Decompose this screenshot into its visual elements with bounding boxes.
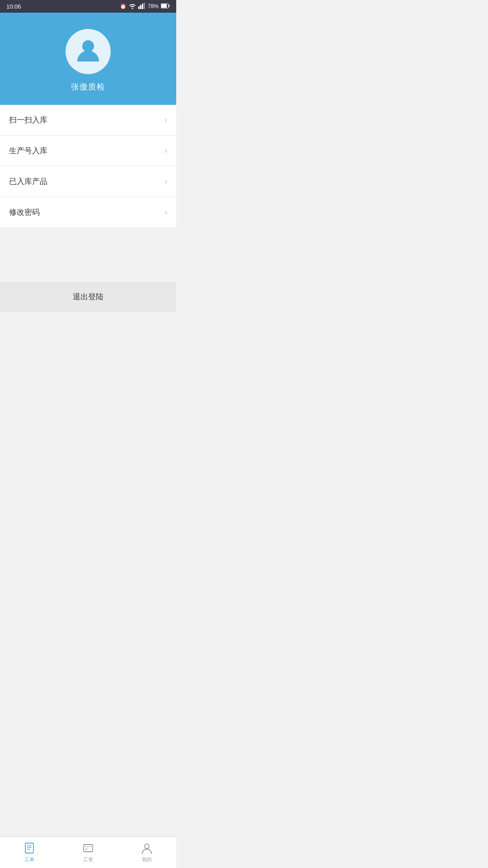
menu-item-production-in-label: 生产号入库 [9, 146, 47, 156]
signal-icon [138, 3, 145, 10]
menu-item-change-password-label: 修改密码 [9, 207, 40, 217]
avatar [66, 29, 111, 74]
battery-icon [161, 3, 170, 10]
alarm-icon: ⏰ [120, 3, 127, 9]
menu-item-scan-in[interactable]: 扫一扫入库 › [0, 105, 176, 136]
svg-rect-2 [140, 5, 141, 9]
svg-rect-3 [142, 4, 143, 9]
chevron-scan-in-icon: › [164, 115, 167, 125]
profile-name: 张傲质检 [71, 81, 105, 92]
svg-rect-6 [161, 4, 167, 8]
svg-point-8 [82, 40, 94, 52]
status-time: 10:06 [6, 3, 21, 10]
battery-percent: 78% [148, 3, 159, 9]
wifi-icon [129, 3, 136, 10]
menu-item-production-in[interactable]: 生产号入库 › [0, 136, 176, 166]
menu-item-stored-products[interactable]: 已入库产品 › [0, 166, 176, 197]
menu-item-change-password[interactable]: 修改密码 › [0, 197, 176, 227]
chevron-stored-icon: › [164, 177, 167, 186]
svg-point-0 [131, 8, 133, 9]
grey-gap [0, 227, 176, 282]
avatar-icon [74, 36, 103, 67]
svg-rect-4 [144, 3, 145, 9]
profile-header: 张傲质检 [0, 13, 176, 105]
status-icons: ⏰ 78% [120, 3, 170, 10]
svg-rect-7 [169, 5, 170, 7]
chevron-password-icon: › [164, 208, 167, 217]
chevron-production-in-icon: › [164, 146, 167, 156]
status-bar: 10:06 ⏰ 78% [0, 0, 176, 13]
menu-item-stored-products-label: 已入库产品 [9, 176, 47, 187]
svg-rect-1 [138, 6, 140, 9]
logout-section: 退出登陆 [0, 282, 176, 312]
menu-list: 扫一扫入库 › 生产号入库 › 已入库产品 › 修改密码 › [0, 105, 176, 227]
logout-button[interactable]: 退出登陆 [0, 283, 176, 311]
menu-item-scan-in-label: 扫一扫入库 [9, 115, 47, 125]
